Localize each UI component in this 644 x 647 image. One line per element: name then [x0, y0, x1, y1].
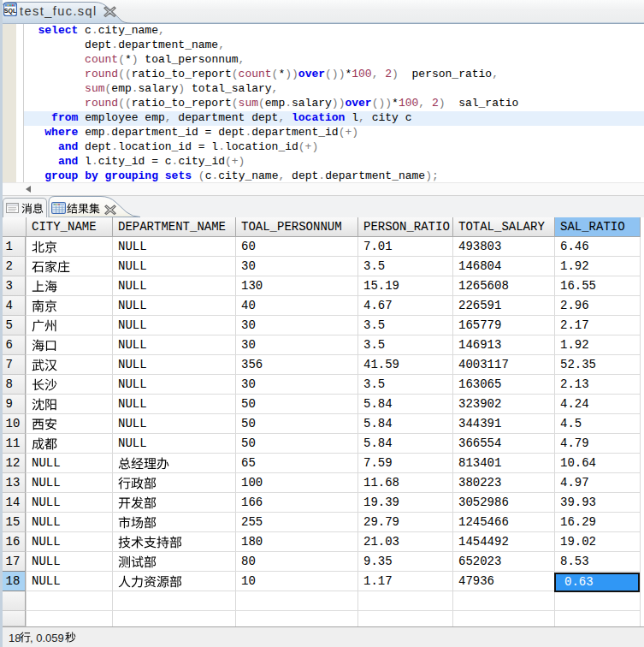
- svg-text:SQL: SQL: [4, 8, 17, 15]
